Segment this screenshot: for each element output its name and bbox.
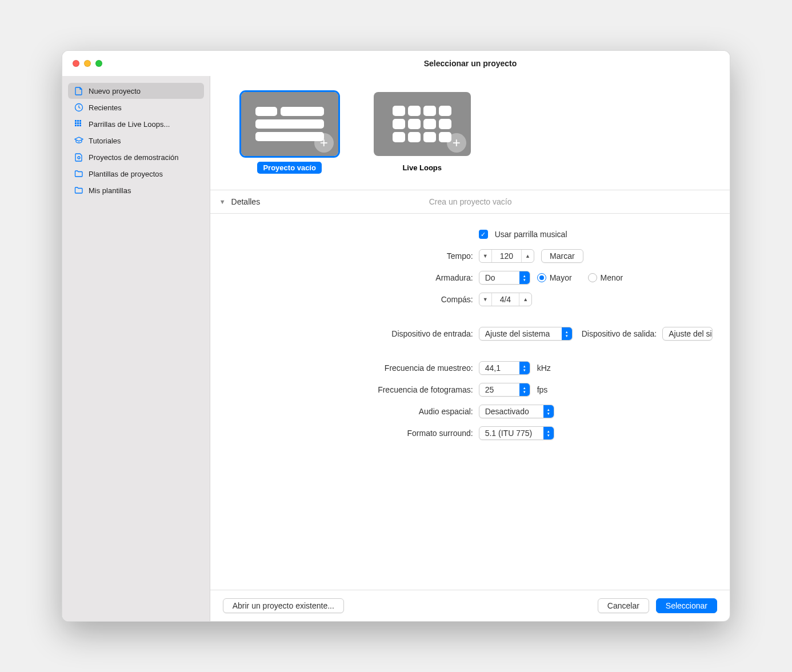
sidebar: Nuevo proyecto Recientes Parrillas de Li… — [62, 76, 210, 621]
sidebar-item-label: Proyectos de demostración — [89, 153, 179, 162]
input-device-value: Ajuste del sistema — [479, 329, 562, 338]
key-minor-radio[interactable] — [588, 273, 597, 282]
spatial-audio-select[interactable]: Desactivado ▲▼ — [479, 405, 554, 418]
template-card-live-loops[interactable]: + Live Loops — [374, 92, 471, 174]
key-signature-value: Do — [479, 273, 519, 282]
svg-rect-2 — [77, 120, 79, 122]
chevrons-icon: ▲▼ — [562, 327, 572, 340]
key-major-label: Mayor — [550, 273, 572, 282]
window-title: Seleccionar un proyecto — [62, 59, 730, 68]
sidebar-item-live-loops-grids[interactable]: Parrillas de Live Loops... — [68, 116, 204, 132]
tempo-value[interactable]: 120 — [492, 251, 521, 261]
template-label: Proyecto vacío — [257, 162, 322, 174]
spatial-audio-label: Audio espacial: — [227, 407, 479, 416]
plus-icon: + — [314, 133, 334, 153]
frame-rate-value: 25 — [479, 385, 519, 394]
sidebar-item-label: Tutoriales — [89, 137, 121, 145]
svg-rect-7 — [75, 125, 77, 126]
zoom-window-button[interactable] — [95, 60, 102, 67]
close-window-button[interactable] — [73, 60, 79, 67]
template-area: + Proyecto vacío + Live Loops — [210, 76, 730, 190]
frame-rate-label: Frecuencia de fotogramas: — [227, 385, 479, 394]
sidebar-item-label: Plantillas de proyectos — [89, 170, 163, 178]
input-device-select[interactable]: Ajuste del sistema ▲▼ — [479, 327, 573, 341]
svg-rect-5 — [77, 122, 79, 124]
sidebar-item-label: Mis plantillas — [89, 186, 131, 195]
time-signature-label: Compás: — [227, 295, 479, 304]
chevrons-icon: ▲▼ — [519, 362, 530, 374]
clock-icon — [74, 102, 84, 113]
frame-rate-select[interactable]: 25 ▲▼ — [479, 383, 530, 397]
key-minor-label: Menor — [601, 273, 623, 282]
sidebar-item-my-templates[interactable]: Mis plantillas — [68, 182, 204, 198]
details-header[interactable]: ▼ Detalles Crea un proyecto vacío — [210, 190, 730, 214]
svg-rect-3 — [79, 120, 81, 122]
document-badge-icon — [74, 152, 84, 162]
template-card-empty[interactable]: + Proyecto vacío — [241, 92, 338, 174]
grid-icon — [74, 119, 84, 129]
select-button[interactable]: Seleccionar — [656, 598, 717, 613]
chevron-up-icon[interactable]: ▲ — [521, 250, 534, 262]
sample-rate-value: 44,1 — [479, 363, 519, 373]
details-form: ✓ Usar parrilla musical Tempo: ▼ 120 ▲ M… — [210, 214, 730, 590]
output-device-value: Ajuste del sistema — [663, 329, 713, 338]
chevron-down-icon[interactable]: ▼ — [479, 293, 492, 306]
sidebar-item-new-project[interactable]: Nuevo proyecto — [68, 83, 204, 99]
template-thumb-empty[interactable]: + — [241, 92, 338, 156]
sidebar-item-project-templates[interactable]: Plantillas de proyectos — [68, 166, 204, 182]
graduation-cap-icon — [74, 135, 84, 146]
chevrons-icon: ▲▼ — [543, 427, 554, 439]
use-music-grid-checkbox[interactable]: ✓ — [479, 230, 488, 239]
svg-rect-8 — [77, 125, 79, 126]
svg-rect-1 — [75, 120, 77, 122]
sample-rate-label: Frecuencia de muestreo: — [227, 363, 479, 373]
chevron-up-icon[interactable]: ▲ — [519, 293, 531, 306]
svg-point-10 — [78, 157, 80, 159]
sidebar-item-tutorials[interactable]: Tutoriales — [68, 133, 204, 149]
key-major-radio[interactable] — [537, 273, 546, 282]
plus-icon: + — [447, 133, 466, 153]
chevron-down-icon: ▼ — [219, 198, 226, 205]
details-title: Detalles — [231, 197, 261, 206]
time-signature-value[interactable]: 4/4 — [492, 295, 519, 304]
sidebar-item-label: Parrillas de Live Loops... — [89, 120, 170, 129]
open-existing-button[interactable]: Abrir un proyecto existente... — [223, 598, 344, 613]
output-device-select[interactable]: Ajuste del sistema ▲▼ — [662, 327, 713, 341]
folder-icon — [74, 169, 84, 179]
document-icon — [74, 86, 84, 96]
tempo-label: Tempo: — [227, 251, 479, 261]
footer: Abrir un proyecto existente... Cancelar … — [210, 590, 730, 621]
chevrons-icon: ▲▼ — [519, 271, 530, 284]
details-subtitle: Crea un proyecto vacío — [266, 197, 675, 206]
sample-rate-select[interactable]: 44,1 ▲▼ — [479, 361, 530, 375]
svg-rect-9 — [79, 125, 81, 126]
output-device-label: Dispositivo de salida: — [582, 329, 663, 338]
input-device-label: Dispositivo de entrada: — [227, 329, 479, 338]
time-signature-stepper[interactable]: ▼ 4/4 ▲ — [479, 293, 532, 306]
sidebar-item-demo-projects[interactable]: Proyectos de demostración — [68, 149, 204, 165]
tempo-stepper[interactable]: ▼ 120 ▲ — [479, 249, 534, 263]
folder-icon — [74, 185, 84, 195]
chevron-down-icon[interactable]: ▼ — [479, 250, 492, 262]
surround-format-select[interactable]: 5.1 (ITU 775) ▲▼ — [479, 426, 554, 440]
chevrons-icon: ▲▼ — [519, 383, 530, 396]
surround-format-label: Formato surround: — [227, 429, 479, 438]
tap-tempo-button[interactable]: Marcar — [541, 249, 583, 263]
titlebar: Seleccionar un proyecto — [62, 51, 730, 76]
minimize-window-button[interactable] — [84, 60, 91, 67]
template-thumb-live-loops[interactable]: + — [374, 92, 471, 156]
template-label: Live Loops — [397, 162, 447, 174]
sidebar-item-recents[interactable]: Recientes — [68, 99, 204, 115]
spatial-audio-value: Desactivado — [479, 407, 543, 416]
chevrons-icon: ▲▼ — [543, 405, 554, 418]
project-chooser-window: Seleccionar un proyecto Nuevo proyecto R… — [62, 50, 730, 622]
sidebar-item-label: Recientes — [89, 103, 122, 112]
key-signature-label: Armadura: — [227, 273, 479, 282]
cancel-button[interactable]: Cancelar — [598, 598, 649, 613]
svg-rect-6 — [79, 122, 81, 124]
frame-rate-unit: fps — [537, 385, 548, 394]
key-signature-select[interactable]: Do ▲▼ — [479, 271, 530, 285]
use-music-grid-label: Usar parrilla musical — [495, 230, 567, 239]
surround-format-value: 5.1 (ITU 775) — [479, 429, 543, 438]
sidebar-item-label: Nuevo proyecto — [89, 87, 141, 95]
